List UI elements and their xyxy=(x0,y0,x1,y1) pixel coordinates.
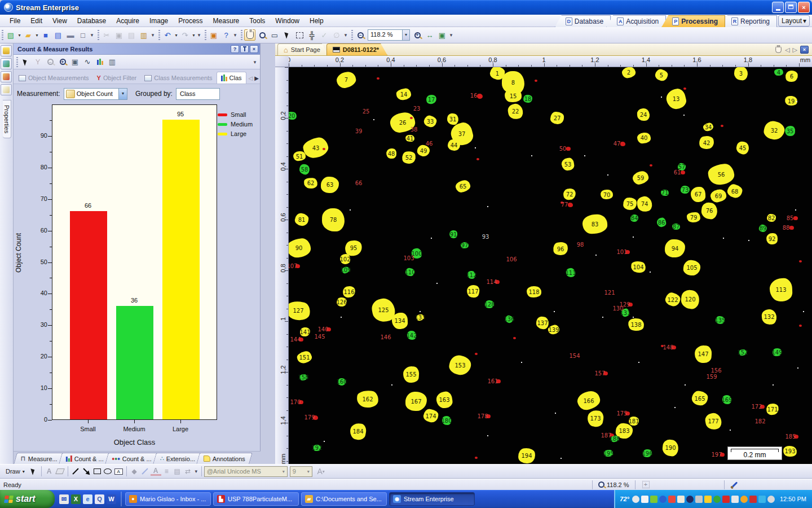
panel-pin-button[interactable] xyxy=(240,45,249,53)
menu-edit[interactable]: Edit xyxy=(25,15,47,27)
toolbar-overflow-icon[interactable]: ▾ xyxy=(150,32,156,38)
save-icon[interactable]: ■ xyxy=(40,29,51,41)
menu-view[interactable]: View xyxy=(47,15,72,27)
chevron-down-icon[interactable]: ▾ xyxy=(17,29,22,41)
properties-collapsed-tab[interactable]: Properties xyxy=(3,100,11,138)
new-image-icon[interactable]: ▧ xyxy=(5,29,16,41)
text-style-icon[interactable]: A xyxy=(44,466,55,477)
tray-icon[interactable] xyxy=(767,496,775,503)
cancel-icon[interactable]: ∅ xyxy=(331,29,342,41)
bottom-tab-0[interactable]: ⊓Measure... xyxy=(14,453,64,464)
toolbar-overflow-icon[interactable]: ▾ xyxy=(448,32,454,38)
task-button-notes[interactable]: ●Mario Gislao - Inbox - ... xyxy=(125,492,211,506)
tray-icon[interactable] xyxy=(749,496,757,503)
zoom-out-icon[interactable]: – xyxy=(45,56,56,68)
panel-tab-class-measurements[interactable]: Class Measurements xyxy=(140,72,216,84)
task-button-folder[interactable]: ▰C:\Documents and Se... xyxy=(301,492,387,506)
quick-launch-ie-icon[interactable]: e xyxy=(83,494,92,504)
toolbar-overflow-icon[interactable]: ▾ xyxy=(196,32,202,38)
toolbar-overflow-icon[interactable]: ▾ xyxy=(89,32,95,38)
crosshair-icon[interactable]: + xyxy=(642,481,650,488)
draw-dropdown-button[interactable]: Draw ▾ xyxy=(2,467,28,476)
menu-window[interactable]: Window xyxy=(270,15,304,27)
save-all-icon[interactable]: ▤ xyxy=(52,29,64,41)
grouped-by-field[interactable]: Class xyxy=(176,88,220,100)
crop-icon[interactable]: ╬ xyxy=(306,29,317,41)
chevron-down-icon[interactable]: ▾ xyxy=(403,29,410,41)
histogram-icon[interactable]: ∿ xyxy=(82,56,93,68)
layout-dropdown-button[interactable]: Layout▾ xyxy=(778,15,810,27)
bottom-tab-1[interactable]: Count & ... xyxy=(59,453,111,464)
image-adjust-icon[interactable] xyxy=(1,71,12,82)
close-button[interactable]: × xyxy=(798,2,810,13)
database-icon[interactable] xyxy=(1,45,12,56)
zoom-in-icon[interactable]: + xyxy=(57,56,68,68)
arrow-tool-icon[interactable] xyxy=(81,466,92,477)
menu-image[interactable]: Image xyxy=(144,15,173,27)
chevron-down-icon[interactable]: ▾ xyxy=(118,89,127,99)
task-button-stream[interactable]: ◉Stream Enterprise xyxy=(389,492,475,506)
quick-launch-quicktime-icon[interactable]: Q xyxy=(95,494,104,504)
chevron-down-icon[interactable]: ▾ xyxy=(34,29,39,41)
marquee-icon[interactable] xyxy=(294,29,305,41)
zoom-rect-icon[interactable]: ▭ xyxy=(269,29,280,41)
paste-icon[interactable]: ▤ xyxy=(126,29,137,41)
image-canvas[interactable]: 0.2 mm 718141716151822202523263331383937… xyxy=(289,67,812,464)
eyedropper-icon[interactable] xyxy=(731,481,738,488)
toolbar-overflow-icon[interactable]: ▾ xyxy=(252,59,258,65)
panel-tab-object-filter[interactable]: YObject Filter xyxy=(93,72,141,84)
rectangle-tool-icon[interactable] xyxy=(92,466,103,477)
pan-hand-icon[interactable] xyxy=(775,46,781,52)
line-tool-icon[interactable] xyxy=(70,466,81,477)
properties-card-icon[interactable] xyxy=(1,84,12,95)
select-objects-icon[interactable] xyxy=(20,56,31,68)
font-dropdown-icon[interactable]: A▾ xyxy=(316,466,326,477)
tab-scroll-right-icon[interactable]: ▶ xyxy=(254,75,259,81)
bottom-tab-4[interactable]: Annotations xyxy=(196,453,253,464)
toolbar-overflow-icon[interactable]: ▾ xyxy=(343,32,348,38)
panel-help-button[interactable]: ? xyxy=(231,45,239,53)
tray-icon[interactable] xyxy=(659,496,667,503)
mode-tab-database[interactable]: DDatabase xyxy=(555,15,611,27)
fit-width-icon[interactable]: ↔ xyxy=(424,29,435,41)
minimize-button[interactable] xyxy=(772,2,784,13)
document-tab-start-page[interactable]: ⌂Start Page xyxy=(277,43,329,55)
mode-tab-acquisition[interactable]: AAcquisition xyxy=(606,15,666,27)
panel-close-button[interactable]: × xyxy=(250,45,258,53)
toolbar-overflow-icon[interactable]: ▾ xyxy=(232,32,238,38)
pointer-icon[interactable] xyxy=(281,29,293,41)
cut-icon[interactable]: ✂ xyxy=(101,29,112,41)
tray-icon[interactable] xyxy=(668,496,676,503)
menu-help[interactable]: Help xyxy=(304,15,329,27)
bottom-tab-3[interactable]: ∴Extensio... xyxy=(153,453,202,464)
line-width-icon[interactable]: ≡ xyxy=(161,466,172,477)
document-tab-d0811-0122-[interactable]: D0811-0122* xyxy=(326,43,387,55)
tray-icon[interactable] xyxy=(695,496,703,503)
zoom-in-icon[interactable]: + xyxy=(412,29,423,41)
menu-measure[interactable]: Measure xyxy=(208,15,245,27)
restore-button[interactable] xyxy=(785,2,797,13)
print-preview-icon[interactable]: □ xyxy=(77,29,89,41)
image-export-icon[interactable]: ▥ xyxy=(107,56,118,68)
tray-icon[interactable] xyxy=(722,496,730,503)
tray-icon[interactable] xyxy=(704,496,712,503)
tray-icon[interactable] xyxy=(713,496,721,503)
tray-icon[interactable] xyxy=(758,496,766,503)
text-box-tool-icon[interactable]: A xyxy=(113,466,124,477)
copy-icon[interactable]: ▣ xyxy=(113,29,125,41)
fill-color-icon[interactable]: ◆ xyxy=(129,466,140,477)
print-icon[interactable]: ▬ xyxy=(65,29,76,41)
tray-icon[interactable] xyxy=(641,496,648,503)
measurement-combo[interactable]: Object Count ▾ xyxy=(64,88,127,100)
quick-launch-word-icon[interactable]: W xyxy=(107,494,116,504)
menu-process[interactable]: Process xyxy=(173,15,208,27)
tab-scroll-left-icon[interactable]: ◁ xyxy=(249,75,253,81)
menu-tools[interactable]: Tools xyxy=(244,15,270,27)
connector-icon[interactable]: ⇄ xyxy=(183,466,193,477)
tray-icon[interactable] xyxy=(677,496,685,503)
paste-image-icon[interactable]: ▥ xyxy=(138,29,149,41)
panel-tab-object-measurements[interactable]: Object Measurements xyxy=(15,72,93,84)
tray-icon[interactable] xyxy=(686,496,694,503)
tray-icon[interactable] xyxy=(740,496,748,503)
menu-acquire[interactable]: Acquire xyxy=(111,15,144,27)
